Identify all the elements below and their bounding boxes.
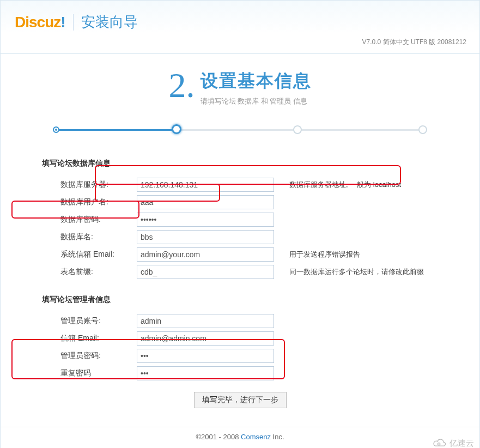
cloud-icon [432, 439, 447, 449]
row-tbl-prefix: 表名前缀: 同一数据库运行多个论坛时，请修改此前缀 [39, 263, 441, 281]
label-db-server: 数据库服务器: [39, 180, 137, 190]
step-title: 设置基本信息 [200, 69, 312, 93]
row-admin-pass2: 重复密码 [39, 365, 441, 382]
footer-copy-pre: ©2001 - 2008 [196, 433, 241, 441]
progress-step-3 [293, 125, 302, 134]
wizard-title: 安装向导 [81, 13, 138, 32]
step-heading: 2. 设置基本信息 请填写论坛 数据库 和 管理员 信息 [1, 54, 479, 112]
progress-bar [50, 124, 430, 140]
progress-step-1 [53, 126, 59, 133]
footer-link[interactable]: Comsenz [241, 433, 271, 441]
form-area: 填写论坛数据库信息 数据库服务器: 数据库服务器地址, 一般为 localhos… [1, 146, 479, 423]
section-admin-title: 填写论坛管理者信息 [42, 295, 441, 305]
header-divider [73, 14, 74, 31]
input-db-server[interactable] [137, 178, 274, 192]
input-admin-user[interactable] [137, 314, 274, 328]
logo-text: Discuz [15, 14, 60, 31]
submit-button[interactable]: 填写完毕，进行下一步 [194, 392, 287, 408]
label-admin-pass: 管理员密码: [39, 351, 137, 361]
logo-row: Discuz! 安装向导 [15, 13, 465, 32]
watermark: 亿速云 [432, 438, 474, 448]
submit-row: 填写完毕，进行下一步 [39, 392, 441, 408]
row-db-user: 数据库用户名: [39, 193, 441, 211]
hint-sys-email: 用于发送程序错误报告 [278, 250, 441, 259]
step-number: 2. [169, 68, 195, 103]
row-db-name: 数据库名: [39, 228, 441, 246]
label-db-pass: 数据库密码: [39, 215, 137, 225]
input-admin-email[interactable] [137, 331, 274, 346]
input-db-pass[interactable] [137, 213, 274, 227]
label-tbl-prefix: 表名前缀: [39, 267, 137, 277]
hint-tbl-prefix: 同一数据库运行多个论坛时，请修改此前缀 [278, 267, 441, 277]
row-admin-email: 信箱 Email: [39, 330, 441, 347]
row-admin-user: 管理员账号: [39, 312, 441, 330]
row-db-server: 数据库服务器: 数据库服务器地址, 一般为 localhost [39, 176, 441, 193]
version-text: V7.0.0 简体中文 UTF8 版 20081212 [362, 38, 466, 47]
hint-db-server: 数据库服务器地址, 一般为 localhost [278, 180, 441, 190]
label-admin-user: 管理员账号: [39, 316, 137, 326]
footer-copy-post: Inc. [271, 433, 284, 441]
label-db-name: 数据库名: [39, 232, 137, 242]
footer: ©2001 - 2008 Comsenz Inc. [1, 427, 479, 448]
input-admin-pass2[interactable] [137, 366, 274, 380]
header: Discuz! 安装向导 V7.0.0 简体中文 UTF8 版 20081212 [1, 1, 479, 37]
row-sys-email: 系统信箱 Email: 用于发送程序错误报告 [39, 246, 441, 263]
input-admin-pass[interactable] [137, 349, 274, 363]
step-subtitle: 请填写论坛 数据库 和 管理员 信息 [200, 96, 312, 106]
label-admin-pass2: 重复密码 [39, 368, 137, 378]
logo-exclaim: ! [60, 14, 65, 31]
row-admin-pass: 管理员密码: [39, 347, 441, 365]
label-db-user: 数据库用户名: [39, 197, 137, 207]
input-tbl-prefix[interactable] [137, 265, 274, 279]
installer-window: Discuz! 安装向导 V7.0.0 简体中文 UTF8 版 20081212… [0, 0, 480, 448]
row-db-pass: 数据库密码: [39, 211, 441, 228]
label-admin-email: 信箱 Email: [39, 334, 137, 343]
watermark-text: 亿速云 [449, 438, 474, 448]
input-db-user[interactable] [137, 195, 274, 209]
input-db-name[interactable] [137, 230, 274, 244]
input-sys-email[interactable] [137, 247, 274, 262]
progress-step-4 [418, 125, 427, 134]
progress-step-2 [172, 124, 181, 134]
discuz-logo: Discuz! [15, 14, 65, 31]
section-db-title: 填写论坛数据库信息 [42, 159, 441, 168]
label-sys-email: 系统信箱 Email: [39, 250, 137, 259]
svg-point-0 [438, 443, 440, 445]
